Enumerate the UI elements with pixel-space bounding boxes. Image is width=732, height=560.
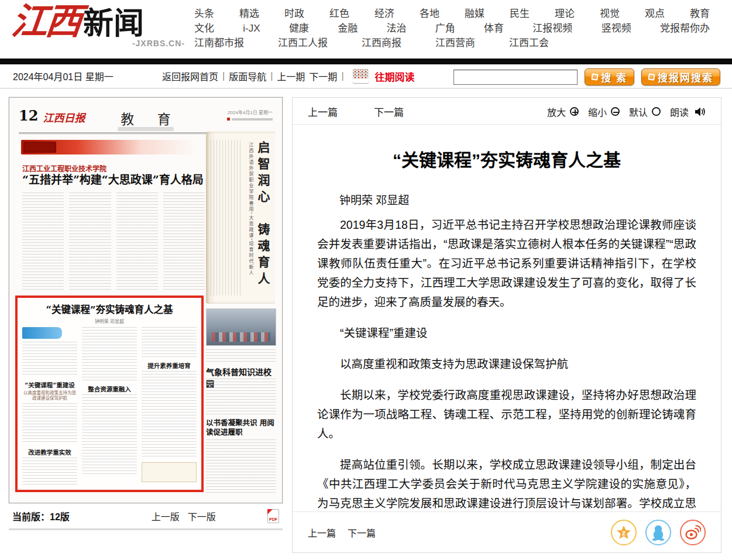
next-article-link-bottom[interactable]: 下一篇: [348, 525, 376, 540]
nav-item-wenhua[interactable]: 文化: [194, 22, 214, 36]
highlight-subhead-4: 改进教学重实效: [22, 448, 77, 456]
search-button-label: 搜 索: [601, 70, 627, 84]
prev-issue-link[interactable]: 上一期: [277, 69, 305, 83]
nav-item-jingji[interactable]: 经济: [374, 7, 394, 21]
nav-item-hongse[interactable]: 红色: [329, 7, 349, 21]
paper-right-headline-2: 以书香凝聚共识 用阅读促进履职: [206, 418, 277, 437]
pdf-fold: [267, 509, 273, 514]
highlight-article-title: “关键课程”夯实铸魂育人之基: [22, 302, 197, 316]
svg-text:Z: Z: [622, 531, 626, 537]
article-authors: 钟明荣 邓显超: [317, 191, 696, 207]
next-page-link[interactable]: 下一版: [188, 509, 216, 523]
calendar-icon[interactable]: [353, 69, 369, 83]
nav-item-fazhi[interactable]: 法治: [386, 22, 406, 36]
highlight-subhead-1-sub: 以高度重视和政策支持为思政课建设保驾护航: [22, 390, 77, 401]
highlighted-article-region[interactable]: “关键课程”夯实铸魂育人之基 钟明荣 邓显超 “关键课程”重建设 以高度重视和政…: [15, 296, 204, 492]
nav-item-tiyu[interactable]: 体育: [484, 22, 504, 36]
nav-item-jiaoyu[interactable]: 教育: [690, 7, 710, 21]
pdf-download-icon[interactable]: PDF: [267, 509, 279, 523]
main-nav: 头条 精选 时政 红色 经济 各地 融媒 民生 理论 视觉 观点 教育 文化 i…: [194, 7, 710, 51]
nav-item-ijx[interactable]: i-JX: [243, 22, 260, 36]
separator: |: [341, 71, 343, 81]
paper-vertical-subtitle: 江西外语外贸职业学院善用“大思政课”培育时代新人: [248, 142, 254, 288]
logo-brand-black: 新闻: [83, 5, 144, 42]
paper-mail-row: [227, 116, 273, 122]
site-logo[interactable]: 江西 新闻 -JXRBS.CN-: [12, 1, 187, 48]
zoom-default-label: 默认: [629, 105, 648, 119]
main-content: 12 江西日报 教 育 2024年4月1日 星期一 江西工业工程职业技术学院 “…: [0, 89, 732, 553]
nav-item-shu-video[interactable]: 竖视频: [602, 22, 631, 36]
paper-red-banner: [21, 140, 197, 154]
qzone-star-icon: Z: [616, 524, 632, 541]
paper-column: 12 江西日报 教 育 2024年4月1日 星期一 江西工业工程职业技术学院 “…: [9, 97, 283, 553]
paper-text-placeholder: [22, 458, 77, 485]
search-input[interactable]: [453, 70, 578, 85]
nav-item-guangjiao[interactable]: 广角: [435, 22, 455, 36]
nav-item-dangbao-help[interactable]: 党报帮你办: [660, 22, 710, 36]
speaker-icon[interactable]: [695, 106, 706, 117]
nav-item-jiangxi-gonghui[interactable]: 江西工会: [509, 36, 549, 50]
share-weibo-button[interactable]: [680, 520, 706, 545]
issue-date: 2024年04月01日 星期一: [13, 69, 162, 83]
zoom-out-icon[interactable]: [611, 107, 620, 116]
header-divider-bar: [0, 59, 732, 64]
nav-item-guandian[interactable]: 观点: [645, 7, 665, 21]
nav-item-jiangxi-yingshang[interactable]: 江西营商: [435, 36, 475, 50]
paper-date-text: 2024年4月1日 星期一: [227, 109, 273, 116]
zoom-default-icon[interactable]: [652, 107, 661, 116]
share-qq-button[interactable]: [645, 520, 671, 545]
highlight-subhead-2: 提升素养重培育: [142, 361, 197, 370]
zoom-in-icon[interactable]: [570, 107, 579, 116]
reader-footer: 上一篇 下一篇 Z: [293, 511, 721, 552]
next-article-link-top[interactable]: 下一篇: [374, 104, 404, 119]
nav-item-jingxuan[interactable]: 精选: [239, 7, 259, 21]
paper-article1-kicker: 江西工业工程职业技术学院: [22, 163, 106, 173]
article-reader-panel: 上一篇 下一篇 放大 缩小 默认 朗读 “关键课程”夯实铸魂育人之基 钟明荣 邓…: [292, 97, 721, 553]
nav-item-jiangxi-gongrenbao[interactable]: 江西工人报: [278, 36, 328, 50]
prev-article-link-top[interactable]: 上一篇: [308, 104, 338, 119]
paper-banner-emblem: [23, 142, 56, 153]
layout-nav-link[interactable]: 版面导航: [229, 69, 266, 83]
highlight-col-1: “关键课程”重建设 以高度重视和政策支持为思政课建设保驾护航 改进教学重实效: [22, 327, 77, 486]
nav-item-jiangxi-shangbao[interactable]: 江西商报: [362, 36, 401, 50]
nav-row-3: 江南都市报 江西工人报 江西商报 江西营商 江西工会: [194, 36, 710, 50]
nav-item-minsheng[interactable]: 民生: [510, 7, 530, 21]
nav-item-jiankang[interactable]: 健康: [289, 22, 309, 36]
paper-right-feature: 江西外语外贸职业学院善用“大思政课”培育时代新人 启智润心 铸魂育人: [206, 132, 275, 304]
nav-item-toutiao[interactable]: 头条: [194, 7, 214, 21]
paper-text-placeholder: [82, 394, 137, 476]
back-to-site-link[interactable]: 返回报网首页: [162, 69, 218, 83]
nav-item-rongmei[interactable]: 融媒: [465, 7, 484, 21]
archive-reading-link[interactable]: 往期阅读: [375, 69, 415, 84]
nav-item-jinrong[interactable]: 金融: [338, 22, 358, 36]
paper-footer-bar: 当前版： 12版 上一版 下一版 PDF: [9, 509, 283, 523]
nav-item-jiangbao-video[interactable]: 江报视频: [532, 22, 572, 36]
nav-item-shizheng[interactable]: 时政: [284, 7, 304, 21]
nav-item-lilun[interactable]: 理论: [555, 7, 575, 21]
next-issue-link[interactable]: 下一期: [309, 69, 337, 83]
share-qzone-button[interactable]: Z: [611, 520, 637, 545]
search-button[interactable]: 搜 索: [585, 68, 634, 85]
separator: |: [222, 71, 225, 81]
nav-row-1: 头条 精选 时政 红色 经济 各地 融媒 民生 理论 视觉 观点 教育: [194, 7, 710, 21]
article-paragraph-5: 提高站位重引领。长期以来，学校成立思政课建设领导小组，制定出台《中共江西理工大学…: [317, 455, 696, 511]
reader-toolbar: 上一篇 下一篇 放大 缩小 默认 朗读: [293, 98, 721, 125]
paper-text-placeholder: [142, 371, 197, 459]
newspaper-page-image[interactable]: 12 江西日报 教 育 2024年4月1日 星期一 江西工业工程职业技术学院 “…: [9, 97, 283, 503]
highlight-col-3: 提升素养重培育: [142, 327, 197, 486]
paper-text-placeholder: [116, 193, 158, 291]
prev-page-link[interactable]: 上一版: [152, 509, 180, 523]
site-search-button[interactable]: 搜报网搜索: [641, 68, 720, 85]
prev-article-link-bottom[interactable]: 上一篇: [308, 525, 336, 540]
nav-item-gedi[interactable]: 各地: [420, 7, 439, 21]
paper-text-placeholder: [22, 193, 64, 291]
paper-text-placeholder: [69, 193, 111, 291]
nav-item-jiangnan-dushibao[interactable]: 江南都市报: [194, 36, 244, 50]
paper-article1-title: “五措并举”构建“大思政课”育人格局: [22, 173, 215, 187]
paper-text-placeholder: [163, 193, 205, 291]
paper-section-underline: [118, 127, 174, 131]
nav-item-shijue[interactable]: 视觉: [600, 7, 620, 21]
highlight-col-2: 整合资源重融入: [82, 327, 137, 486]
paper-photo: [206, 308, 276, 346]
paper-text-placeholder: [142, 327, 197, 358]
